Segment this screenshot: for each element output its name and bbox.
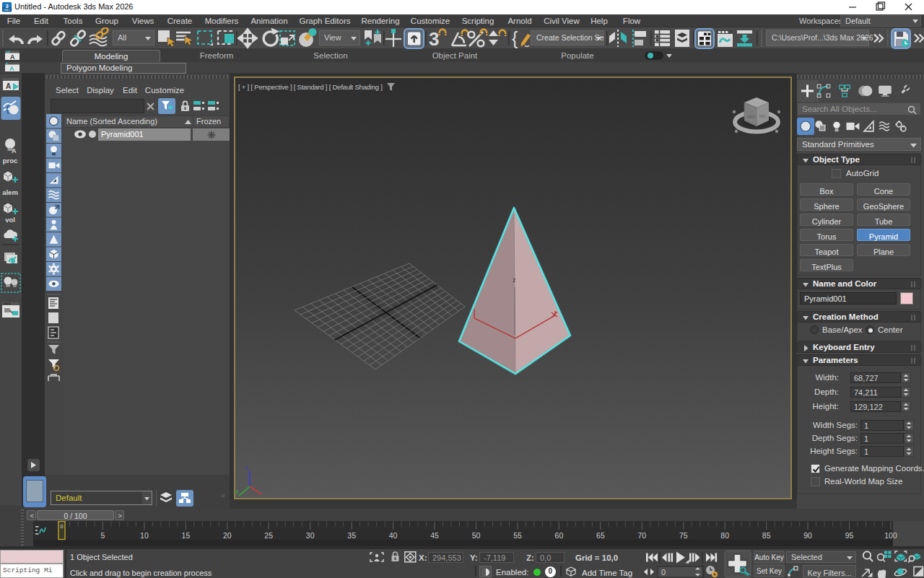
- svg-text:Set Key: Set Key: [757, 567, 782, 575]
- svg-text:50: 50: [472, 531, 481, 540]
- svg-text:A: A: [12, 147, 17, 154]
- svg-text:FRO: FRO: [747, 115, 755, 119]
- svg-text:90: 90: [803, 531, 812, 540]
- svg-text:10: 10: [140, 531, 149, 540]
- svg-text:vol: vol: [5, 216, 15, 224]
- svg-text:A: A: [9, 65, 14, 72]
- svg-text:25: 25: [264, 531, 273, 540]
- svg-text:100: 100: [884, 531, 897, 540]
- svg-text:0: 0: [60, 523, 63, 530]
- svg-text:65: 65: [596, 531, 605, 540]
- svg-text:75: 75: [679, 531, 688, 540]
- svg-text:70: 70: [637, 531, 646, 540]
- svg-text:y: y: [235, 488, 238, 494]
- svg-text:20: 20: [223, 531, 232, 540]
- svg-text:15: 15: [182, 531, 191, 540]
- svg-text:30: 30: [306, 531, 315, 540]
- svg-text:x: x: [259, 496, 262, 498]
- svg-text:z: z: [245, 464, 248, 470]
- svg-text:MAX: MAX: [4, 8, 10, 12]
- svg-text:z: z: [513, 276, 516, 284]
- svg-text:55: 55: [513, 531, 522, 540]
- svg-text:45: 45: [430, 531, 439, 540]
- svg-text:60: 60: [555, 531, 564, 540]
- svg-text:RIG: RIG: [759, 114, 766, 118]
- svg-text:40: 40: [389, 531, 398, 540]
- svg-text:80: 80: [720, 531, 729, 540]
- svg-text:5: 5: [100, 531, 105, 540]
- svg-text:95: 95: [845, 531, 854, 540]
- svg-text:alem: alem: [2, 188, 18, 196]
- svg-text:A: A: [6, 82, 11, 90]
- svg-text:0: 0: [661, 568, 666, 577]
- svg-text:Auto Key: Auto Key: [754, 553, 784, 561]
- svg-text:A: A: [10, 53, 15, 61]
- svg-text:proc: proc: [3, 157, 18, 165]
- svg-text:35: 35: [347, 531, 356, 540]
- svg-text:85: 85: [762, 531, 771, 540]
